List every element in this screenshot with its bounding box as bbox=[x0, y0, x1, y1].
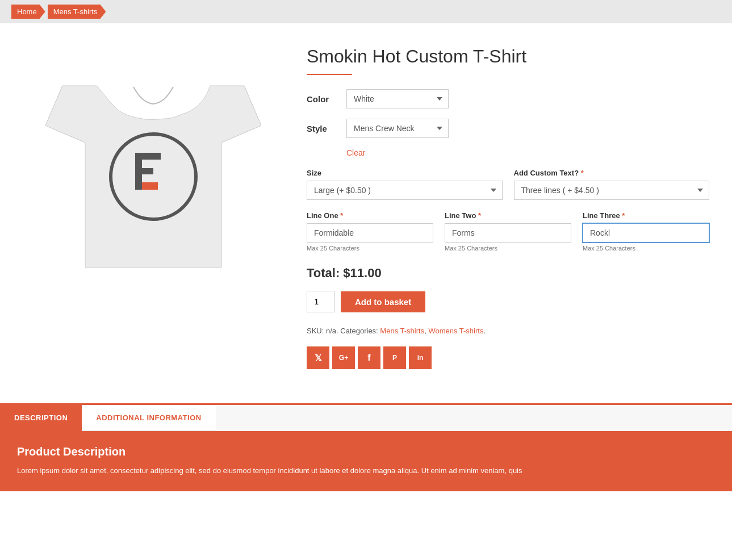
total-text: Total: $11.00 bbox=[307, 266, 382, 280]
googleplus-icon: G+ bbox=[339, 354, 348, 362]
custom-text-group: Add Custom Text? * None One line ( + $2.… bbox=[514, 169, 710, 200]
pinterest-icon: P bbox=[392, 354, 397, 362]
color-label: Color bbox=[307, 94, 346, 104]
color-row: Color White Black Gray Navy bbox=[307, 89, 709, 108]
size-label: Size bbox=[307, 169, 503, 177]
pinterest-button[interactable]: P bbox=[383, 346, 406, 369]
style-select[interactable]: Mens Crew Neck Womens Crew Neck V-Neck bbox=[346, 119, 449, 138]
size-custom-row: Size Small Medium Large (+ $0.50 ) XL (+… bbox=[307, 169, 709, 200]
sku-row: SKU: n/a. Categories: Mens T-shirts, Wom… bbox=[307, 327, 709, 335]
line-three-label: Line Three * bbox=[583, 211, 709, 220]
line-one-group: Line One * Max 25 Characters bbox=[307, 211, 433, 252]
line-one-label: Line One * bbox=[307, 211, 433, 220]
facebook-button[interactable]: f bbox=[358, 346, 380, 369]
facebook-icon: f bbox=[367, 353, 370, 363]
title-underline bbox=[307, 74, 352, 75]
tabs-section: DESCRIPTION ADDITIONAL INFORMATION Produ… bbox=[0, 403, 732, 491]
description-text: Lorem ipsum dolor sit amet, consectetur … bbox=[17, 465, 715, 477]
tab-additional-info[interactable]: ADDITIONAL INFORMATION bbox=[82, 405, 215, 431]
twitter-icon: 𝕏 bbox=[315, 353, 322, 363]
linkedin-icon: in bbox=[417, 354, 424, 362]
custom-text-select[interactable]: None One line ( + $2.50 ) Two lines ( + … bbox=[514, 181, 710, 200]
sku-text: SKU: n/a. Categories: bbox=[307, 327, 378, 335]
line-two-max: Max 25 Characters bbox=[445, 245, 571, 252]
breadcrumb-mens-tshirts[interactable]: Mens T-shirts bbox=[48, 5, 106, 19]
custom-text-label: Add Custom Text? * bbox=[514, 169, 710, 177]
description-content: Product Description Lorem ipsum dolor si… bbox=[0, 431, 732, 491]
twitter-button[interactable]: 𝕏 bbox=[307, 346, 329, 369]
product-image-area bbox=[23, 40, 284, 386]
breadcrumb-home[interactable]: Home bbox=[11, 5, 45, 19]
category-womens-link[interactable]: Womens T-shirts bbox=[428, 327, 483, 335]
add-basket-row: Add to basket bbox=[307, 291, 709, 312]
total-section: Total: $11.00 bbox=[307, 266, 709, 281]
description-title: Product Description bbox=[17, 445, 715, 458]
line-inputs-row: Line One * Max 25 Characters Line Two * … bbox=[307, 211, 709, 252]
product-details: Smokin Hot Custom T-Shirt Color White Bl… bbox=[307, 40, 709, 386]
tab-description[interactable]: DESCRIPTION bbox=[0, 405, 82, 431]
style-row: Style Mens Crew Neck Womens Crew Neck V-… bbox=[307, 119, 709, 138]
line-one-input[interactable] bbox=[307, 223, 433, 243]
category-mens-link[interactable]: Mens T-shirts bbox=[380, 327, 424, 335]
svg-rect-3 bbox=[135, 168, 153, 174]
breadcrumb: Home Mens T-shirts bbox=[0, 0, 732, 23]
tabs-bar: DESCRIPTION ADDITIONAL INFORMATION bbox=[0, 405, 732, 431]
line-two-label: Line Two * bbox=[445, 211, 571, 220]
add-basket-button[interactable]: Add to basket bbox=[341, 291, 425, 312]
size-group: Size Small Medium Large (+ $0.50 ) XL (+… bbox=[307, 169, 503, 200]
style-label: Style bbox=[307, 124, 346, 133]
clear-link[interactable]: Clear bbox=[346, 148, 365, 157]
line-three-group: Line Three * Max 25 Characters bbox=[583, 211, 709, 252]
svg-rect-2 bbox=[135, 153, 161, 160]
quantity-input[interactable] bbox=[307, 291, 335, 312]
line-one-max: Max 25 Characters bbox=[307, 245, 433, 252]
social-row: 𝕏 G+ f P in bbox=[307, 346, 709, 369]
linkedin-button[interactable]: in bbox=[409, 346, 432, 369]
product-title: Smokin Hot Custom T-Shirt bbox=[307, 46, 709, 67]
googleplus-button[interactable]: G+ bbox=[332, 346, 355, 369]
line-three-max: Max 25 Characters bbox=[583, 245, 709, 252]
line-two-group: Line Two * Max 25 Characters bbox=[445, 211, 571, 252]
product-image bbox=[45, 52, 261, 279]
line-two-input[interactable] bbox=[445, 223, 571, 243]
color-select[interactable]: White Black Gray Navy bbox=[346, 89, 449, 108]
size-select[interactable]: Small Medium Large (+ $0.50 ) XL (+ $1.0… bbox=[307, 181, 503, 200]
line-three-input[interactable] bbox=[583, 223, 709, 243]
svg-rect-4 bbox=[142, 182, 158, 190]
